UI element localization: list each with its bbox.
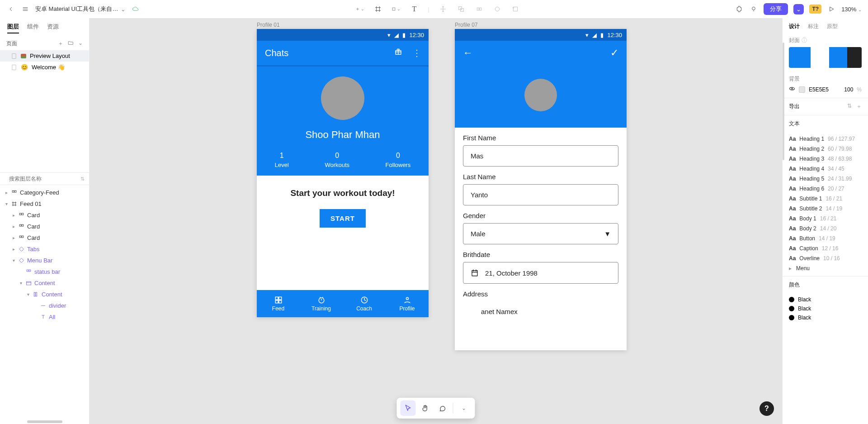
canvas[interactable]: Profile 01 Profile 07 ▾ ◢ ▮ 12:30 Chats … xyxy=(90,18,782,424)
status-time: 12:30 xyxy=(607,32,622,38)
layer-node[interactable]: ▾Content xyxy=(0,289,89,300)
layer-node[interactable]: divider xyxy=(0,300,89,311)
file-name[interactable]: 安卓 Material UI工具包（来自… ⌄ xyxy=(35,5,126,13)
page-item[interactable]: 😊Welcome 👋 xyxy=(0,62,89,73)
avatar xyxy=(321,76,364,120)
comment-tool[interactable] xyxy=(435,400,450,416)
layer-node[interactable]: ▾Menu Bar xyxy=(0,255,89,266)
more-icon[interactable]: ⋮ xyxy=(412,48,420,58)
text-style-item[interactable]: AaHeading 434 / 45 xyxy=(783,164,868,174)
tab-assets[interactable]: 资源 xyxy=(47,23,59,33)
gender-select[interactable]: Male ▼ xyxy=(463,223,618,244)
text-style-item[interactable]: AaHeading 260 / 79.98 xyxy=(783,144,868,154)
add-export-icon[interactable]: ＋ xyxy=(856,103,862,110)
text-style-item[interactable]: AaBody 214 / 20 xyxy=(783,224,868,233)
artboard-profile-01[interactable]: ▾ ◢ ▮ 12:30 Chats ⋮ Shoo Phar Mhan 1Leve… xyxy=(257,29,429,317)
layer-node[interactable]: All xyxy=(0,311,89,323)
add-page-icon[interactable]: ＋ xyxy=(58,40,63,48)
artboard-profile-07[interactable]: ▾ ◢ ▮ 12:30 ← ✓ First Name Mas Last Name… xyxy=(455,29,627,350)
nav-item[interactable]: Profile xyxy=(386,290,429,317)
collapse-toolbar-icon[interactable]: ⌄ xyxy=(456,400,472,416)
tab-design[interactable]: 设计 xyxy=(789,23,800,30)
layer-node[interactable]: ▾Feed 01 xyxy=(0,198,89,210)
nav-item[interactable]: Coach xyxy=(343,290,386,317)
text-style-item[interactable]: AaSubtitle 214 / 19 xyxy=(783,204,868,214)
nav-item[interactable]: Feed xyxy=(257,290,300,317)
text-style-item[interactable]: AaHeading 524 / 31.99 xyxy=(783,174,868,184)
t-badge[interactable]: T? xyxy=(809,5,821,14)
artboard-label-2[interactable]: Profile 07 xyxy=(455,22,478,28)
address-input[interactable]: anet Namex xyxy=(463,301,618,322)
text-style-item[interactable]: AaHeading 348 / 63.98 xyxy=(783,154,868,164)
collapse-pages-icon[interactable]: ⌄ xyxy=(78,40,83,48)
tab-prototype[interactable]: 原型 xyxy=(827,23,838,30)
visibility-icon[interactable] xyxy=(789,86,795,93)
layer-node[interactable]: ▾Content xyxy=(0,277,89,289)
layer-node[interactable]: ▸Card xyxy=(0,221,89,232)
first-name-input[interactable]: Mas xyxy=(463,145,618,167)
text-icon[interactable]: T xyxy=(410,5,419,14)
help-button[interactable]: ? xyxy=(760,401,774,416)
cloud-sync-icon[interactable] xyxy=(131,5,140,14)
svg-rect-9 xyxy=(392,8,395,10)
headline-text: Start your workout today! xyxy=(265,188,420,198)
menu-style[interactable]: ▸Menu xyxy=(783,263,868,273)
share-button[interactable]: 分享 xyxy=(764,3,788,15)
layer-node[interactable]: ▸Card xyxy=(0,210,89,221)
text-style-item[interactable]: AaButton14 / 19 xyxy=(783,233,868,243)
gift-icon[interactable] xyxy=(394,48,402,58)
info-icon[interactable]: ⓘ xyxy=(802,37,807,44)
svg-point-54 xyxy=(319,298,324,303)
hand-tool[interactable] xyxy=(418,400,433,416)
page-item[interactable]: Preview Layout xyxy=(0,50,89,62)
start-button[interactable]: START xyxy=(320,209,366,228)
text-style-item[interactable]: AaOverline10 / 16 xyxy=(783,253,868,263)
filter-icon[interactable]: ⇅ xyxy=(80,176,85,182)
check-icon[interactable]: ✓ xyxy=(610,47,618,59)
pointer-tool[interactable] xyxy=(401,400,416,416)
layer-node[interactable]: ▸Tabs xyxy=(0,243,89,255)
zoom-level[interactable]: 130% ⌄ xyxy=(841,6,862,13)
back-arrow-icon[interactable]: ← xyxy=(463,47,473,59)
birthdate-input[interactable]: 21, October 1998 xyxy=(463,262,618,284)
avatar xyxy=(524,79,557,111)
layer-search-input[interactable] xyxy=(9,176,77,182)
tab-components[interactable]: 组件 xyxy=(27,23,39,33)
last-name-input[interactable]: Yanto xyxy=(463,184,618,205)
frame-icon[interactable] xyxy=(373,5,382,14)
stat-item: 0Workouts xyxy=(325,152,349,168)
layer-node[interactable]: ▸Card xyxy=(0,232,89,243)
bottom-nav: FeedTrainingCoachProfile xyxy=(257,290,429,317)
shape-icon[interactable]: ⌄ xyxy=(392,5,401,14)
share-dropdown[interactable]: ⌄ xyxy=(793,4,804,14)
layer-node[interactable]: status bar xyxy=(0,266,89,277)
text-style-item[interactable]: AaSubtitle 116 / 21 xyxy=(783,194,868,204)
back-icon[interactable] xyxy=(6,5,15,14)
folder-icon[interactable] xyxy=(68,40,74,48)
export-settings-icon[interactable]: ⇅ xyxy=(847,103,852,110)
color-item[interactable]: Black xyxy=(783,313,868,322)
cover-thumbnail[interactable] xyxy=(789,47,862,68)
text-style-item[interactable]: AaHeading 620 / 27 xyxy=(783,184,868,194)
nav-item[interactable]: Training xyxy=(300,290,343,317)
plugin-icon[interactable] xyxy=(735,5,744,14)
add-icon[interactable]: ⌄ xyxy=(355,5,364,14)
tab-layers[interactable]: 图层 xyxy=(7,23,19,33)
bulb-icon[interactable] xyxy=(749,5,758,14)
bg-opacity[interactable]: 100 xyxy=(844,86,853,93)
color-item[interactable]: Black xyxy=(783,295,868,304)
dropdown-arrow-icon: ▼ xyxy=(604,230,611,238)
menu-icon[interactable] xyxy=(21,5,30,14)
tab-annotate[interactable]: 标注 xyxy=(808,23,819,30)
tree-scrollbar-thumb[interactable] xyxy=(27,420,62,423)
text-style-item[interactable]: AaHeading 196 / 127.97 xyxy=(783,134,868,144)
bg-swatch[interactable] xyxy=(799,86,805,93)
right-scrollbar-thumb[interactable] xyxy=(783,43,784,160)
layer-node[interactable]: ▸Category-Feed xyxy=(0,187,89,198)
play-icon[interactable] xyxy=(827,5,836,14)
color-item[interactable]: Black xyxy=(783,304,868,313)
text-style-item[interactable]: AaCaption12 / 16 xyxy=(783,243,868,253)
artboard-label-1[interactable]: Profile 01 xyxy=(257,22,280,28)
bg-hex[interactable]: E5E5E5 xyxy=(809,86,829,93)
text-style-item[interactable]: AaBody 116 / 21 xyxy=(783,214,868,224)
